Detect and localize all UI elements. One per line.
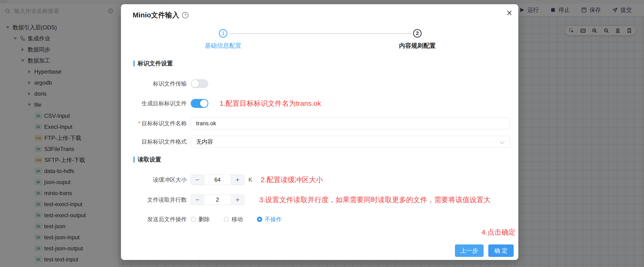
dialog-footer: 上一步 确 定 [455, 244, 514, 257]
annotation-step2: 2.配置读缓冲区大小 [261, 175, 323, 185]
section-accent-bar [134, 60, 134, 67]
read-buffer-value[interactable]: 64 [204, 175, 231, 185]
flag-transfer-label: 标识文件传输 [121, 80, 187, 87]
confirm-button[interactable]: 确 定 [488, 244, 514, 257]
target-flag-name-label: *目标标识文件名称 [121, 120, 187, 127]
chevron-down-icon [500, 139, 504, 144]
section-accent-bar [134, 157, 134, 163]
increment-button[interactable]: + [231, 195, 244, 205]
parallel-label: 文件读取并行数 [121, 196, 187, 203]
step-2-label: 内容规则配置 [399, 42, 436, 50]
step-1-circle: 1 [219, 29, 227, 38]
target-flag-format-label: 目标标识文件格式 [121, 138, 187, 145]
row-flag-transfer: 标识文件传输 [121, 78, 518, 90]
select-value: 无内容 [196, 138, 213, 145]
gen-target-flag-label: 生成目标标识文件 [121, 100, 187, 107]
radio-icon [191, 217, 196, 222]
help-icon[interactable]: ? [182, 12, 188, 18]
read-buffer-stepper: − 64 + [191, 175, 244, 185]
section-read-settings: 读取设置 [134, 156, 161, 163]
row-gen-target-flag: 生成目标标识文件 1.配置目标标识文件名为trans.ok [121, 98, 518, 109]
row-target-flag-format: 目标标识文件格式 无内容 [121, 136, 518, 148]
gen-target-flag-toggle[interactable] [191, 99, 208, 108]
increment-button[interactable]: + [231, 175, 244, 185]
flag-transfer-toggle[interactable] [191, 79, 208, 88]
required-asterisk: * [138, 120, 140, 126]
read-buffer-label: 读缓冲区大小 [121, 176, 187, 184]
radio-icon [257, 217, 262, 222]
parallel-stepper: − 2 + [191, 195, 244, 205]
close-icon[interactable]: × [506, 8, 512, 18]
section-identity-file: 标识文件设置 [134, 60, 173, 67]
step-1-label: 基础信息配置 [205, 42, 242, 50]
minio-input-dialog: Minio文件输入 ? × 1 基础信息配置 2 内容规则配置 标识文件设置 标… [121, 4, 518, 260]
row-read-buffer: 读缓冲区大小 − 64 + K 2.配置读缓冲区大小 [121, 174, 518, 186]
step-basic-info[interactable]: 1 基础信息配置 [205, 29, 242, 50]
radio-no-action[interactable]: 不操作 [257, 215, 282, 223]
target-flag-format-select[interactable]: 无内容 [191, 136, 510, 148]
toggle-knob [192, 80, 199, 87]
stepper-line [229, 33, 412, 34]
target-flag-name-input[interactable] [191, 118, 510, 129]
dialog-title-text: Minio文件输入 [133, 10, 179, 20]
toggle-knob [200, 100, 208, 107]
step-content-rules[interactable]: 2 内容规则配置 [399, 29, 436, 50]
annotation-step1: 1.配置目标标识文件名为trans.ok [220, 99, 321, 108]
radio-move[interactable]: 移动 [224, 215, 243, 223]
decrement-button[interactable]: − [191, 195, 204, 205]
app-window: 运行 停止 保存 [0, 0, 644, 267]
row-target-flag-name: *目标标识文件名称 [121, 118, 518, 129]
post-action-label: 发送后文件操作 [121, 215, 187, 223]
radio-delete[interactable]: 删除 [191, 215, 210, 223]
step-2-circle: 2 [413, 29, 422, 38]
read-buffer-unit: K [248, 176, 252, 183]
dialog-title: Minio文件输入 ? [133, 10, 188, 20]
parallel-value[interactable]: 2 [204, 195, 231, 205]
annotation-step4: 4.点击确定 [482, 227, 516, 237]
annotation-step3: 3.设置文件读取并行度，如果需要同时读取更多的文件，需要将该值设置大 [259, 195, 491, 205]
row-parallel: 文件读取并行数 − 2 + 3.设置文件读取并行度，如果需要同时读取更多的文件，… [121, 194, 518, 206]
previous-step-button[interactable]: 上一步 [455, 244, 484, 257]
row-post-action: 发送后文件操作 删除 移动 不操作 [121, 213, 518, 225]
radio-icon [224, 217, 229, 222]
decrement-button[interactable]: − [191, 175, 204, 185]
